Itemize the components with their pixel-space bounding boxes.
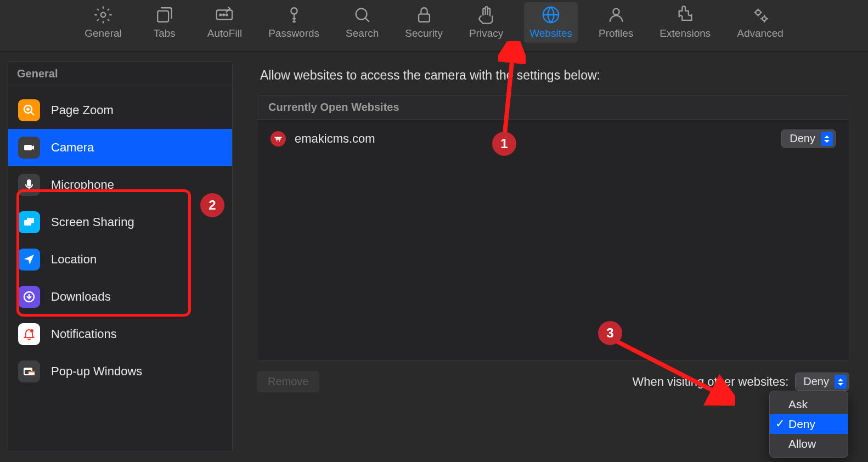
sidebar-item-label: Location — [51, 252, 97, 267]
sidebar-item-microphone[interactable]: Microphone — [8, 166, 232, 204]
sidebar-item-camera[interactable]: Camera — [8, 129, 232, 166]
svg-point-6 — [291, 8, 297, 14]
select-value: Deny — [803, 375, 829, 388]
svg-point-4 — [223, 14, 225, 15]
dropdown-option-allow[interactable]: Allow — [770, 434, 848, 454]
content-panel: Allow websites to access the camera with… — [246, 61, 860, 452]
svg-rect-8 — [419, 14, 430, 21]
tabs-icon — [155, 5, 174, 24]
sidebar-item-notifications[interactable]: Notifications — [8, 315, 232, 353]
main-area: General Page Zoom Camera Microphone — [0, 52, 868, 462]
site-name: emakicms.com — [295, 132, 375, 146]
bell-icon — [18, 323, 40, 345]
site-info: emakicms.com — [270, 131, 375, 147]
tab-tabs[interactable]: Tabs — [143, 2, 187, 43]
camera-icon — [18, 137, 40, 159]
sidebar-item-label: Downloads — [51, 290, 111, 304]
chevron-updown-icon — [835, 375, 847, 389]
sidebar-item-label: Screen Sharing — [51, 215, 134, 229]
screens-icon — [18, 211, 40, 233]
dropdown-menu: Ask Deny Allow — [769, 391, 848, 458]
tab-advanced[interactable]: Advanced — [731, 2, 789, 43]
svg-rect-1 — [157, 10, 168, 21]
dropdown-option-ask[interactable]: Ask — [770, 395, 848, 414]
popups-icon — [18, 360, 40, 382]
autofill-icon — [215, 5, 234, 24]
other-websites-group: When visiting other websites: Deny — [632, 373, 849, 391]
sidebar-item-label: Camera — [51, 140, 94, 155]
svg-point-7 — [356, 8, 367, 19]
svg-point-11 — [756, 10, 760, 15]
sidebar-item-page-zoom[interactable]: Page Zoom — [8, 92, 232, 129]
sidebar-item-screen-sharing[interactable]: Screen Sharing — [8, 204, 232, 241]
tab-privacy[interactable]: Privacy — [464, 2, 509, 43]
sidebar-item-downloads[interactable]: Downloads — [8, 278, 232, 315]
select-value: Deny — [790, 132, 815, 145]
tab-search[interactable]: Search — [340, 2, 384, 43]
sidebar-item-label: Pop-up Windows — [51, 364, 142, 379]
site-permission-select[interactable]: Deny — [781, 129, 836, 148]
footer-row: Remove When visiting other websites: Den… — [257, 371, 849, 392]
tab-extensions[interactable]: Extensions — [654, 2, 716, 43]
gear-icon — [94, 5, 112, 24]
key-icon — [285, 5, 303, 24]
sidebar-item-location[interactable]: Location — [8, 241, 232, 278]
sidebar-item-label: Microphone — [51, 178, 114, 192]
dropdown-option-deny[interactable]: Deny — [770, 414, 848, 434]
svg-rect-23 — [29, 371, 35, 373]
sidebar-header: General — [8, 62, 232, 86]
tab-profiles[interactable]: Profiles — [593, 2, 639, 43]
remove-button[interactable]: Remove — [257, 371, 319, 392]
sidebar-item-label: Page Zoom — [51, 103, 114, 117]
svg-rect-21 — [24, 368, 32, 370]
svg-point-0 — [101, 12, 106, 17]
svg-rect-17 — [27, 218, 34, 223]
other-websites-select[interactable]: Deny — [795, 373, 849, 391]
svg-point-19 — [30, 329, 33, 333]
svg-point-3 — [220, 14, 222, 15]
tab-security[interactable]: Security — [399, 2, 448, 43]
site-favicon — [270, 131, 286, 147]
puzzle-icon — [676, 5, 695, 24]
sidebar-item-popup-windows[interactable]: Pop-up Windows — [8, 353, 232, 390]
search-icon — [353, 5, 371, 24]
sidebar-list: Page Zoom Camera Microphone Screen Shari… — [8, 86, 232, 396]
sidebar-item-label: Notifications — [51, 327, 117, 341]
tab-autofill[interactable]: AutoFill — [202, 2, 247, 43]
tab-passwords[interactable]: Passwords — [263, 2, 325, 43]
svg-point-12 — [762, 16, 766, 20]
gears-icon — [751, 5, 770, 24]
tab-general[interactable]: General — [79, 2, 127, 43]
lock-icon — [415, 5, 433, 24]
content-title: Allow websites to access the camera with… — [257, 68, 849, 83]
list-header: Currently Open Websites — [257, 95, 849, 120]
sidebar: General Page Zoom Camera Microphone — [8, 61, 233, 452]
website-list-panel: Currently Open Websites emakicms.com Den… — [257, 95, 849, 361]
svg-point-5 — [226, 14, 228, 15]
svg-point-10 — [613, 8, 619, 14]
globe-icon — [542, 5, 560, 24]
zoom-plus-icon — [18, 99, 40, 121]
person-icon — [607, 5, 625, 24]
mic-icon — [18, 174, 40, 196]
download-icon — [18, 286, 40, 308]
svg-rect-14 — [24, 145, 32, 150]
location-arrow-icon — [18, 249, 40, 271]
preferences-toolbar: General Tabs AutoFill Passwords Search S… — [0, 0, 868, 52]
hand-icon — [477, 5, 495, 24]
other-websites-label: When visiting other websites: — [632, 375, 788, 389]
website-row[interactable]: emakicms.com Deny — [257, 120, 849, 157]
svg-rect-15 — [27, 180, 31, 186]
tab-websites[interactable]: Websites — [524, 2, 578, 43]
chevron-updown-icon — [821, 132, 833, 146]
